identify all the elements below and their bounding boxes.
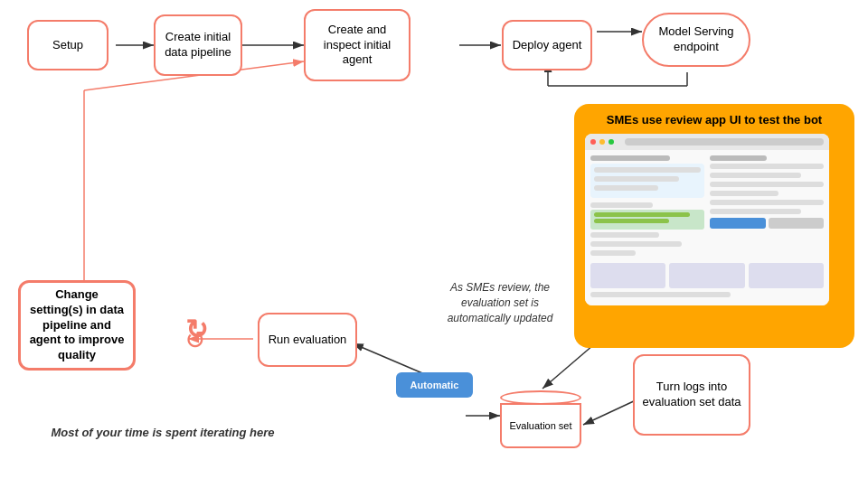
iterate-text: Most of your time is spent iterating her… — [36, 425, 289, 441]
dot-green — [609, 139, 614, 145]
initial-pipeline-node: Create initial data pipeline — [154, 14, 242, 76]
smes-update-text: As SMEs review, the evaluation set is au… — [432, 280, 568, 325]
create-inspect-node: Create and inspect initial agent — [304, 9, 410, 81]
setup-node: Setup — [27, 20, 108, 70]
model-serving-node: Model Serving endpoint — [642, 13, 750, 67]
dot-yellow — [599, 139, 605, 145]
diagram: Setup Create initial data pipeline Creat… — [0, 0, 868, 488]
turn-logs-node: Turn logs into evaluation set data — [633, 354, 750, 436]
dot-red — [590, 139, 596, 145]
svg-line-12 — [353, 343, 427, 375]
cycle-arrows-icon-2: ↻ — [185, 325, 206, 355]
screenshot-content — [585, 150, 829, 305]
cyl-top — [500, 390, 581, 405]
screenshot-mock — [585, 134, 829, 305]
change-settings-node: Change setting(s) in data pipeline and a… — [18, 280, 136, 371]
screenshot-topbar — [585, 134, 829, 150]
mock-bottom-row — [590, 263, 824, 288]
automatic-badge: Automatic — [396, 372, 473, 398]
mock-question — [590, 164, 704, 198]
evaluation-set-node: Evaluation set — [500, 390, 581, 448]
deploy-agent-node: Deploy agent — [502, 20, 592, 70]
smes-review-box: SMEs use review app UI to test the bot — [574, 104, 854, 348]
url-bar — [625, 138, 824, 145]
run-evaluation-node: Run evaluation — [258, 313, 357, 367]
cyl-body: Evaluation set — [500, 403, 581, 448]
smes-review-title: SMEs use review app UI to test the bot — [585, 113, 844, 127]
